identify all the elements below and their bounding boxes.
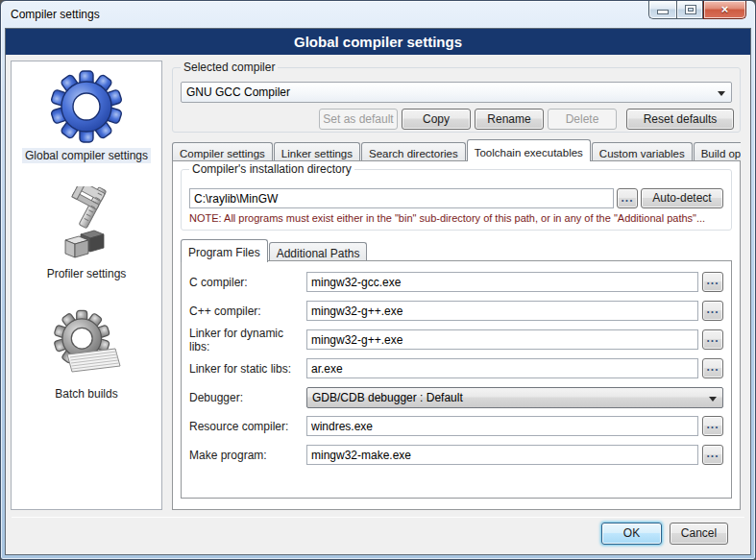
cpp-compiler-browse-button[interactable]: ... (702, 301, 723, 321)
reset-defaults-button[interactable]: Reset defaults (626, 109, 734, 130)
resource-compiler-input[interactable] (306, 416, 698, 436)
window-title: Compiler settings (11, 8, 100, 21)
caliper-icon (48, 186, 125, 263)
linker-static-browse-button[interactable]: ... (702, 358, 723, 378)
debugger-select-value: GDB/CDB debugger : Default (312, 391, 463, 404)
selected-compiler-group: Selected compiler GNU GCC Compiler Set a… (172, 67, 741, 133)
install-dir-note: NOTE: All programs must exist either in … (189, 212, 725, 224)
cancel-button[interactable]: Cancel (670, 523, 728, 545)
settings-sidebar: Global compiler settings (11, 61, 162, 510)
compiler-settings-dialog: Compiler settings × Global compiler sett… (0, 0, 756, 560)
titlebar[interactable]: Compiler settings × (1, 1, 755, 28)
footer-separator (12, 517, 744, 518)
maximize-icon (686, 6, 695, 13)
compiler-actions: Set as default Copy Rename Delete Reset … (319, 109, 734, 130)
tab-compiler-settings[interactable]: Compiler settings (172, 142, 273, 161)
dialog-body: Global compiler settings (5, 28, 751, 555)
field-label: Linker for static libs: (189, 362, 306, 376)
form-row-make-program: Make program: ... (189, 445, 723, 465)
field-label: C++ compiler: (189, 304, 306, 318)
debugger-select[interactable]: GDB/CDB debugger : Default (306, 387, 723, 408)
toolchain-executables-panel: Compiler's installation directory ... Au… (172, 160, 741, 510)
sidebar-item-profiler-settings[interactable]: Profiler settings (44, 186, 130, 281)
resource-compiler-browse-button[interactable]: ... (702, 416, 723, 436)
linker-dynamic-browse-button[interactable]: ... (702, 329, 723, 350)
field-label: Resource compiler: (189, 420, 306, 433)
compiler-select-value: GNU GCC Compiler (186, 85, 290, 99)
gear-papers-icon (48, 306, 125, 383)
field-label: Debugger: (189, 391, 306, 404)
blue-gear-icon (48, 68, 125, 145)
linker-static-input[interactable] (306, 358, 698, 378)
rename-button[interactable]: Rename (475, 109, 544, 130)
minimize-button[interactable] (648, 1, 676, 19)
autodetect-button[interactable]: Auto-detect (641, 188, 723, 208)
minimize-icon (658, 11, 668, 13)
compiler-select[interactable]: GNU GCC Compiler (181, 82, 732, 103)
tab-custom-variables[interactable]: Custom variables (592, 142, 693, 161)
maximize-button[interactable] (676, 1, 703, 19)
sidebar-item-label: Batch builds (52, 386, 120, 402)
make-program-browse-button[interactable]: ... (702, 445, 723, 465)
tab-toolchain-executables[interactable]: Toolchain executables (467, 139, 591, 161)
window-controls: × (648, 1, 746, 19)
close-icon: × (721, 2, 729, 16)
c-compiler-browse-button[interactable]: ... (702, 272, 723, 292)
subtab-program-files[interactable]: Program Files (181, 239, 268, 262)
field-label: Linker for dynamic libs: (189, 327, 306, 353)
sidebar-item-global-compiler-settings[interactable]: Global compiler settings (22, 68, 151, 163)
install-dir-group-label: Compiler's installation directory (189, 162, 354, 176)
selected-compiler-group-label: Selected compiler (181, 61, 278, 74)
linker-dynamic-input[interactable] (306, 329, 698, 350)
delete-button: Delete (548, 109, 617, 130)
make-program-input[interactable] (306, 445, 698, 465)
copy-button[interactable]: Copy (402, 109, 471, 130)
install-dir-browse-button[interactable]: ... (617, 188, 638, 208)
form-row-c-compiler: C compiler: ... (189, 272, 723, 292)
cpp-compiler-input[interactable] (306, 301, 698, 321)
form-row-cpp-compiler: C++ compiler: ... (189, 301, 723, 321)
program-subtabs: Program Files Additional Paths (181, 239, 368, 261)
install-dir-group: Compiler's installation directory ... Au… (181, 169, 732, 231)
form-row-linker-static: Linker for static libs: ... (189, 358, 723, 378)
sidebar-item-label: Profiler settings (44, 266, 130, 281)
chevron-down-icon (718, 91, 725, 96)
form-row-debugger: Debugger: GDB/CDB debugger : Default (189, 387, 723, 407)
close-button[interactable]: × (703, 1, 746, 19)
subtab-additional-paths[interactable]: Additional Paths (269, 242, 368, 261)
form-row-linker-dynamic: Linker for dynamic libs: ... (189, 329, 723, 350)
sidebar-item-batch-builds[interactable]: Batch builds (48, 306, 125, 402)
field-label: Make program: (189, 449, 306, 462)
tab-linker-settings[interactable]: Linker settings (274, 142, 360, 161)
sidebar-item-label: Global compiler settings (22, 148, 151, 163)
tab-search-directories[interactable]: Search directories (361, 142, 466, 161)
tab-build-options[interactable]: Build options (694, 142, 741, 161)
c-compiler-input[interactable] (306, 272, 698, 292)
form-row-resource-compiler: Resource compiler: ... (189, 416, 723, 436)
ok-button[interactable]: OK (601, 523, 662, 545)
chevron-down-icon (709, 397, 717, 402)
main-tabs: Compiler settings Linker settings Search… (172, 138, 741, 161)
install-dir-input[interactable] (189, 188, 614, 208)
set-as-default-button: Set as default (319, 109, 398, 130)
page-title: Global compiler settings (6, 29, 750, 55)
field-label: C compiler: (189, 276, 306, 289)
program-files-panel: C compiler: ... C++ compiler: ... Linker… (181, 260, 732, 499)
